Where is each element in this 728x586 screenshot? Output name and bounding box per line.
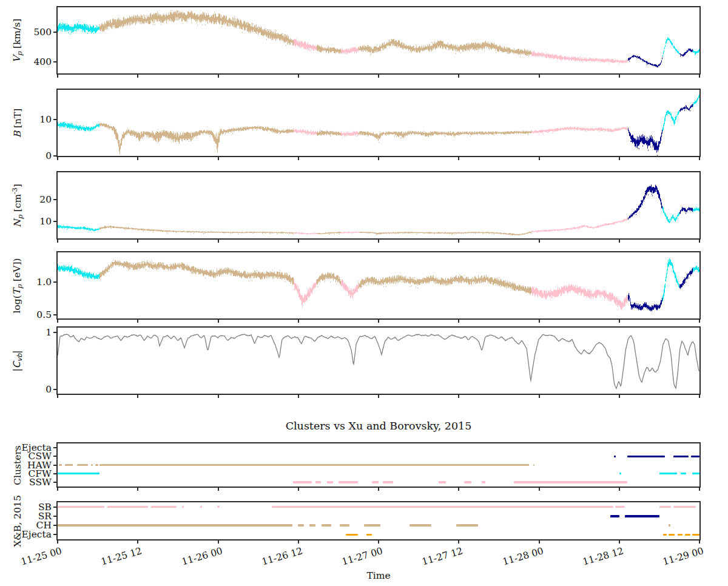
category-bar-ejecta xyxy=(685,534,690,536)
chart-title: Clusters vs Xu and Borovsky, 2015 xyxy=(56,420,701,432)
x-tick-label: 11-28 00 xyxy=(501,545,545,567)
category-bar-sr xyxy=(625,515,659,517)
x-tick-mark xyxy=(699,157,700,160)
category-bar-ejecta xyxy=(366,534,372,536)
label-segment: B xyxy=(12,130,23,137)
y-tick-mark xyxy=(53,155,56,157)
x-tick-mark xyxy=(458,320,459,323)
category-bar-sr xyxy=(610,515,619,517)
y-tick-mark xyxy=(53,473,56,474)
x-tick-mark xyxy=(619,157,620,160)
logtp-y-axis-label: log(Tp [eV]) xyxy=(12,258,24,313)
y-tick-mark xyxy=(53,482,56,483)
x-tick-label: 11-26 12 xyxy=(260,545,304,567)
figure: Vp [km/s] 400500 B [nT] 010 Np [cm-3] 10… xyxy=(0,0,728,586)
category-bar-sb xyxy=(182,506,184,508)
category-bar-ch xyxy=(309,524,315,527)
category-bar-ssw xyxy=(327,481,333,483)
x-tick-mark xyxy=(137,320,138,323)
x-tick-label: 11-26 00 xyxy=(180,545,224,567)
x-tick-label: 11-27 12 xyxy=(421,545,465,567)
category-bar-ssw xyxy=(439,481,446,483)
label-segment: ] xyxy=(12,184,23,187)
category-bar-ch xyxy=(58,524,292,527)
x-tick-mark xyxy=(298,395,299,398)
panel-cvb: |Cvb| 01 xyxy=(56,326,701,395)
category-bar-sb xyxy=(107,506,148,508)
x-tick-mark xyxy=(699,75,700,78)
y-tick-label: 0.5 xyxy=(36,309,52,320)
category-bar-csw xyxy=(627,456,665,458)
y-tick-mark xyxy=(53,456,56,457)
x-tick-mark xyxy=(137,240,138,243)
category-bar-ch xyxy=(340,524,349,527)
label-segment: [nT] xyxy=(12,108,23,130)
logtp-plot-canvas xyxy=(58,252,699,318)
y-tick-label: 500 xyxy=(33,27,52,38)
x-tick-mark xyxy=(298,488,299,491)
x-tick-mark xyxy=(539,488,540,491)
category-bar-haw xyxy=(95,464,99,466)
category-bar-ssw xyxy=(372,481,379,483)
cvb-plot-canvas xyxy=(58,328,699,394)
category-bar-cfw xyxy=(681,473,686,475)
x-tick-mark xyxy=(378,240,379,243)
category-bar-ch xyxy=(456,524,478,527)
y-tick-mark xyxy=(53,119,56,120)
y-tick-mark xyxy=(53,221,56,222)
x-tick-mark xyxy=(57,157,58,160)
category-bar-ejecta xyxy=(692,534,699,536)
category-bar-sb xyxy=(151,506,177,508)
label-segment: -3 xyxy=(11,187,19,194)
x-tick-mark xyxy=(378,75,379,78)
label-segment: p xyxy=(16,284,24,288)
x-tick-mark xyxy=(619,488,620,491)
y-tick-mark xyxy=(53,507,56,508)
category-label: Ejecta xyxy=(22,529,52,540)
category-bar-ssw xyxy=(315,481,321,483)
y-tick-mark xyxy=(53,281,56,283)
x-tick-mark xyxy=(137,488,138,491)
label-segment: N xyxy=(12,219,23,227)
category-bar-sb xyxy=(659,506,671,508)
category-bar-cfw xyxy=(619,473,621,475)
x-tick-mark xyxy=(57,541,58,544)
vp-plot-canvas xyxy=(58,7,699,73)
category-bar-ejecta xyxy=(669,534,675,536)
x-tick-mark xyxy=(298,75,299,78)
category-bar-cfw xyxy=(659,473,677,475)
x-tick-mark xyxy=(378,320,379,323)
x-tick-mark xyxy=(57,240,58,243)
category-bar-haw xyxy=(59,464,61,466)
panel-np: Np [cm-3] 1020 xyxy=(56,171,701,240)
y-tick-label: 1.0 xyxy=(36,277,52,288)
label-segment: V xyxy=(12,56,22,62)
category-bar-sb xyxy=(272,506,613,508)
y-tick-mark xyxy=(53,516,56,517)
y-tick-label: 0 xyxy=(46,384,52,395)
x-tick-mark xyxy=(619,320,620,323)
panel-xb2015: X&B, 2015 SBSRCHEjecta xyxy=(56,501,701,541)
x-tick-mark xyxy=(218,395,219,398)
category-bar-ssw xyxy=(293,481,312,483)
x-tick-mark xyxy=(378,395,379,398)
category-bar-sb xyxy=(58,506,104,508)
x-tick-mark xyxy=(539,157,540,160)
x-tick-label: 11-27 00 xyxy=(340,545,384,567)
category-bar-csw xyxy=(614,456,616,458)
x-tick-mark xyxy=(378,488,379,491)
x-tick-mark xyxy=(458,240,459,243)
y-tick-label: 10 xyxy=(39,216,52,227)
category-bar-haw xyxy=(65,464,73,466)
x-tick-mark xyxy=(699,320,700,323)
b-plot-canvas xyxy=(58,90,699,156)
y-tick-mark xyxy=(53,465,56,466)
y-tick-mark xyxy=(53,32,56,33)
category-bar-haw xyxy=(77,464,88,466)
x-tick-mark xyxy=(378,541,379,544)
category-bar-ejecta xyxy=(678,534,683,536)
np-y-axis-label: Np [cm-3] xyxy=(11,184,24,227)
label-segment: p xyxy=(16,215,24,219)
x-tick-mark xyxy=(378,157,379,160)
y-tick-mark xyxy=(53,332,56,333)
